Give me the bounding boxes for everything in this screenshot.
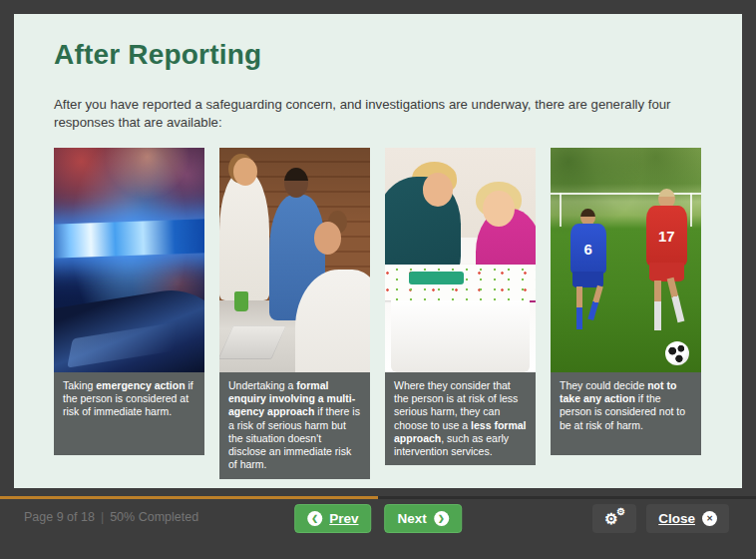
craft-activity-photo — [385, 148, 536, 372]
intro-text: After you have reported a safeguarding c… — [54, 96, 702, 132]
football-ball-shape — [665, 341, 689, 365]
chevron-left-circle-icon: ❮ — [307, 511, 322, 526]
response-cards: Taking emergency action if the person is… — [54, 148, 702, 455]
card-caption: They could decide not to take any action… — [551, 372, 701, 455]
office-person-left-shape — [219, 171, 269, 301]
course-slide-panel: After Reporting After you have reported … — [14, 14, 742, 488]
settings-button[interactable]: ⚙ ⚙ — [592, 504, 636, 533]
card-less-formal-approach: Where they consider that the person is a… — [385, 148, 536, 455]
card-formal-enquiry: Undertaking a formal enquiry involving a… — [219, 148, 370, 455]
police-car-window-shape — [67, 321, 179, 367]
football-player-blue-leg-shape — [576, 286, 582, 329]
status-separator: | — [101, 510, 104, 524]
police-car-blue-lights-photo — [54, 148, 204, 372]
police-lightbar-shape — [54, 219, 204, 259]
craft-table-front-shape — [391, 300, 530, 372]
football-goal-post-shape — [560, 193, 562, 227]
page-status: Page 9 of 18|50% Completed — [24, 510, 198, 524]
football-player-red-shape: 17 — [641, 189, 692, 337]
multi-agency-meeting-photo — [219, 148, 370, 372]
utility-buttons: ⚙ ⚙ Close ✕ — [592, 504, 729, 533]
progress-bar-fill — [0, 496, 378, 499]
police-car-roof-shape — [54, 281, 204, 372]
office-person-right-head-shape — [314, 222, 341, 255]
office-green-mug-shape — [234, 291, 248, 311]
cogs-icon: ⚙ ⚙ — [604, 510, 624, 528]
card-caption: Undertaking a formal enquiry involving a… — [219, 372, 370, 479]
craft-adult-head-shape — [423, 173, 453, 207]
close-circle-icon: ✕ — [702, 511, 717, 526]
close-button-label: Close — [658, 511, 695, 526]
completion-label: 50% Completed — [110, 510, 198, 524]
football-player-red-leg-shape — [654, 280, 661, 330]
progress-bar-track — [0, 496, 756, 499]
office-person-left-head-shape — [233, 158, 257, 186]
card-caption: Where they consider that the person is a… — [385, 372, 536, 465]
football-player-blue-jersey-shape: 6 — [570, 224, 606, 274]
next-button-label: Next — [398, 511, 427, 526]
office-person-middle-head-shape — [284, 168, 308, 197]
prev-button[interactable]: ❮ Prev — [294, 504, 371, 533]
player-footer: Page 9 of 18|50% Completed ❮ Prev Next ❯… — [0, 488, 756, 559]
football-player-blue-leg-shape — [588, 284, 604, 320]
chevron-right-circle-icon: ❯ — [434, 511, 449, 526]
nav-buttons: ❮ Prev Next ❯ — [294, 504, 462, 533]
football-player-blue-shape: 6 — [566, 209, 610, 334]
prev-button-label: Prev — [329, 511, 358, 526]
football-player-red-jersey-shape: 17 — [646, 206, 687, 265]
card-caption: Taking emergency action if the person is… — [54, 372, 204, 455]
craft-green-tray-shape — [409, 272, 463, 285]
page-count-label: Page 9 of 18 — [24, 510, 95, 524]
craft-child-head-shape — [483, 191, 515, 227]
close-button[interactable]: Close ✕ — [646, 504, 729, 533]
card-emergency-action: Taking emergency action if the person is… — [54, 148, 204, 455]
jersey-number: 17 — [658, 228, 675, 245]
children-football-photo: 6 17 — [551, 148, 701, 372]
page-title: After Reporting — [54, 38, 702, 72]
card-no-action: 6 17 They could decide not to — [551, 148, 701, 455]
football-player-red-leg-shape — [667, 277, 685, 321]
jersey-number: 6 — [584, 241, 592, 258]
next-button[interactable]: Next ❯ — [385, 504, 462, 533]
